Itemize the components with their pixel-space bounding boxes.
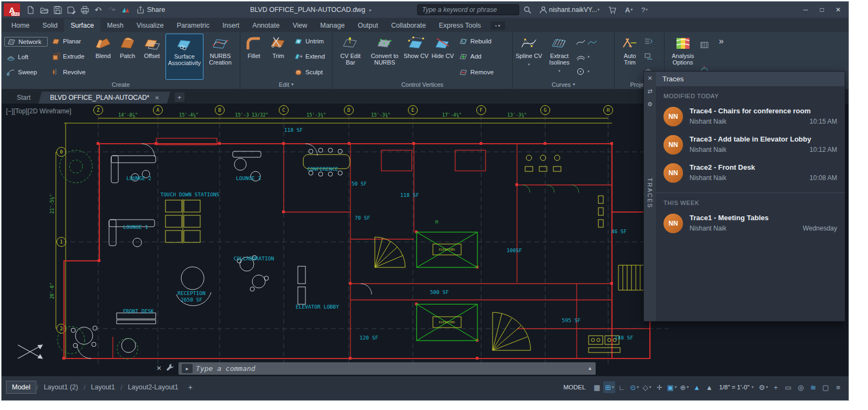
tab-solid[interactable]: Solid xyxy=(36,19,64,32)
trace-item[interactable]: NN Trace4 - Chairs for conference room N… xyxy=(656,102,845,131)
graphics-performance-icon[interactable]: ≋ xyxy=(807,381,819,393)
layout-tab-layout1-2[interactable]: Layout1 (2) xyxy=(39,381,84,393)
tab-parametric[interactable]: Parametric xyxy=(170,19,216,32)
trim-button[interactable]: Trim xyxy=(266,34,290,80)
file-tab-document[interactable]: BLVD OFFICE_PLAN-AUTOCAD*✕ xyxy=(40,92,169,104)
rebuild-button[interactable]: Rebuild xyxy=(457,37,492,46)
remove-button[interactable]: Remove xyxy=(457,68,492,76)
nurbs-creation-button[interactable]: NURBS Creation xyxy=(205,34,235,80)
object-snap-3d-icon[interactable]: ⊕▾ xyxy=(678,381,690,393)
customize-icon[interactable]: ≡ xyxy=(832,381,844,393)
new-drawing-tab-icon[interactable]: + xyxy=(175,92,184,102)
tab-express-tools[interactable]: Express Tools xyxy=(432,19,488,32)
user-account[interactable]: nishant.naikVY... ▾ xyxy=(539,6,599,14)
save-as-icon[interactable] xyxy=(65,4,77,16)
revolve-button[interactable]: Revolve xyxy=(49,68,90,76)
project-geometry-icon[interactable] xyxy=(644,37,653,45)
redo-icon[interactable]: ↷▾ xyxy=(106,4,118,16)
ortho-mode-icon[interactable]: ∟ xyxy=(616,381,628,393)
offset-curve-caret-icon[interactable]: ▾ xyxy=(588,55,590,59)
circle-tool-caret-icon[interactable]: ▾ xyxy=(588,69,590,74)
traces-autohide-icon[interactable]: ⇄ xyxy=(647,88,652,95)
panel-label-control-vertices[interactable]: Control Vertices xyxy=(333,80,512,89)
tab-view[interactable]: View xyxy=(286,19,314,32)
tab-surface[interactable]: Surface xyxy=(64,19,100,32)
autodesk-apps[interactable]: A▾ xyxy=(625,6,633,14)
network-button[interactable]: Network xyxy=(4,37,48,47)
cv-edit-bar-button[interactable]: CV Edit Bar xyxy=(335,34,366,80)
compare-icon[interactable] xyxy=(119,4,131,16)
panel-label-curves[interactable]: Curves▾ xyxy=(513,80,614,89)
spline-fit-icon[interactable] xyxy=(576,39,585,46)
command-input-bar[interactable]: ▸ ▲ xyxy=(178,362,596,375)
plot-icon[interactable] xyxy=(79,4,91,16)
offset-curve-icon[interactable] xyxy=(576,53,585,61)
tab-collaborate[interactable]: Collaborate xyxy=(385,19,432,32)
loft-button[interactable]: Loft xyxy=(4,53,48,61)
ribbon-options-icon[interactable]: ▪▾ xyxy=(491,21,505,30)
close-button[interactable]: ✕ xyxy=(830,2,846,18)
autocad-logo[interactable]: ACAD xyxy=(4,3,20,16)
object-snap-icon[interactable]: ▣▾ xyxy=(666,381,678,393)
maximize-button[interactable]: □ xyxy=(814,2,830,18)
new-layout-icon[interactable]: + xyxy=(188,383,193,392)
extrude-button[interactable]: Extrude xyxy=(49,52,90,61)
blend-button[interactable]: Blend xyxy=(91,34,115,80)
save-icon[interactable] xyxy=(52,4,63,16)
layout-tab-layout2[interactable]: Layout2-Layout1 xyxy=(123,381,184,393)
model-space-button[interactable]: MODEL xyxy=(559,382,591,392)
tab-visualize[interactable]: Visualize xyxy=(130,19,170,32)
add-button[interactable]: Add xyxy=(457,52,492,61)
snap-mode-icon[interactable]: ⊞▾ xyxy=(603,381,615,393)
traces-close-icon[interactable]: ✕ xyxy=(647,75,652,82)
viewport-controls[interactable]: [−][Top][2D Wireframe] xyxy=(6,107,71,115)
layout-tab-model[interactable]: Model xyxy=(6,381,36,394)
search-icon[interactable] xyxy=(524,6,532,14)
untrim-button[interactable]: Untrim xyxy=(292,37,328,46)
annotation-scale-button[interactable]: 1/8" = 1'-0"▾ xyxy=(716,384,757,390)
isodraft-icon[interactable]: ◇▾ xyxy=(641,381,653,393)
planar-button[interactable]: Planar xyxy=(49,37,90,46)
blend-curve-icon[interactable] xyxy=(588,39,597,46)
command-close-icon[interactable]: ✕ xyxy=(156,364,162,372)
tab-output[interactable]: Output xyxy=(351,19,385,32)
command-customize-icon[interactable] xyxy=(166,363,174,374)
extract-isolines-button[interactable]: Extract Isolines▾ xyxy=(544,34,575,80)
object-snap-tracking-icon[interactable]: ✛ xyxy=(653,381,665,393)
clean-screen-icon[interactable]: ▢ xyxy=(820,381,832,393)
tab-insert[interactable]: Insert xyxy=(216,19,246,32)
quick-properties-icon[interactable]: ▭ xyxy=(782,381,794,393)
tab-manage[interactable]: Manage xyxy=(314,19,351,32)
workspace-switching-icon[interactable]: ⚙▾ xyxy=(757,381,769,393)
isolate-objects-icon[interactable]: ◎ xyxy=(795,381,807,393)
fillet-button[interactable]: Fillet xyxy=(243,34,265,80)
circle-tool-icon[interactable] xyxy=(576,68,585,75)
tab-mesh[interactable]: Mesh xyxy=(100,19,130,32)
show-cv-button[interactable]: Show CV xyxy=(404,34,429,80)
annotation-add-icon[interactable]: + xyxy=(770,381,782,393)
search-input[interactable] xyxy=(422,6,514,14)
offset-button[interactable]: Offset xyxy=(140,34,164,80)
tab-home[interactable]: Home xyxy=(5,19,36,32)
command-input[interactable] xyxy=(196,364,584,373)
annotation-visibility-icon[interactable]: ▲ xyxy=(691,381,703,393)
help-menu[interactable]: ?▾ xyxy=(641,6,648,14)
grid-display-icon[interactable]: ▦ xyxy=(591,381,603,393)
share-button[interactable]: Share xyxy=(137,6,165,14)
new-file-icon[interactable] xyxy=(24,4,36,16)
spline-cv-button[interactable]: Spline CV▾ xyxy=(515,34,542,80)
traces-properties-icon[interactable]: ⚙ xyxy=(647,101,653,108)
surface-associativity-button[interactable]: Surface Associativity xyxy=(165,34,203,80)
convert-to-nurbs-button[interactable]: Convert to NURBS xyxy=(367,34,402,80)
trace-item[interactable]: NN Trace2 - Front Desk Nishant Naik10:08… xyxy=(656,159,845,187)
file-tab-start[interactable]: Start xyxy=(7,92,40,104)
sweep-button[interactable]: Sweep xyxy=(4,68,48,76)
cart-icon[interactable] xyxy=(608,6,616,14)
trace-item[interactable]: NN Trace1 - Meeting Tables Nishant NaikW… xyxy=(656,209,845,238)
title-play-icon[interactable]: ▸ xyxy=(369,8,372,12)
extend-button[interactable]: Extend xyxy=(292,52,328,61)
trace-item[interactable]: NN Trace3 - Add table in Elevator Lobby … xyxy=(656,131,845,159)
auto-trim-button[interactable]: Auto Trim xyxy=(617,34,642,80)
file-tab-close-icon[interactable]: ✕ xyxy=(155,95,159,101)
zebra-analysis-icon[interactable] xyxy=(700,41,709,49)
